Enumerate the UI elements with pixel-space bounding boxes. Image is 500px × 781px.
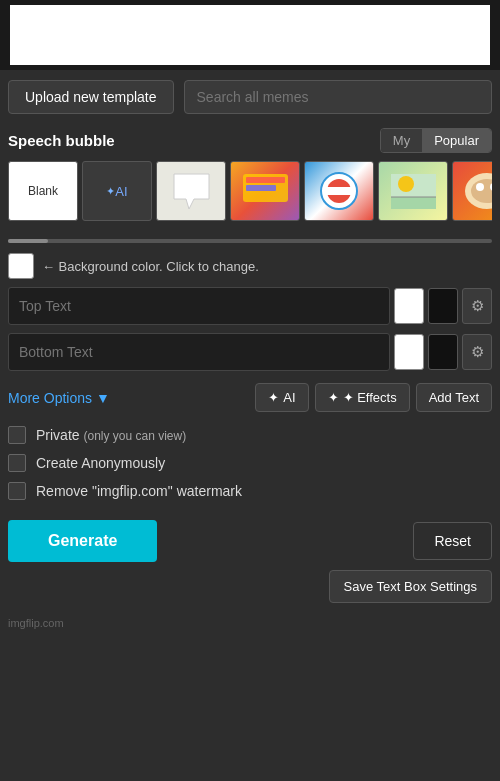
template-blank[interactable]: Blank (8, 161, 78, 221)
top-text-input[interactable] (8, 287, 390, 325)
footer-text: imgflip.com (8, 617, 64, 629)
svg-point-8 (398, 176, 414, 192)
template-1[interactable] (156, 161, 226, 221)
save-settings-button[interactable]: Save Text Box Settings (329, 570, 492, 603)
bottom-text-color-white[interactable] (394, 334, 424, 370)
svg-rect-9 (391, 197, 436, 209)
svg-rect-6 (327, 187, 351, 195)
watermark-checkbox-row[interactable]: Remove "imgflip.com" watermark (8, 482, 492, 500)
effects-label: ✦ Effects (343, 390, 397, 405)
speech-header: Speech bubble My Popular (8, 128, 492, 153)
anon-checkbox-row[interactable]: Create Anonymously (8, 454, 492, 472)
private-checkbox-row[interactable]: Private (only you can view) (8, 426, 492, 444)
preview-canvas (10, 5, 490, 65)
gear-icon-2: ⚙ (471, 343, 484, 361)
top-text-settings-button[interactable]: ⚙ (462, 288, 492, 324)
svg-rect-2 (246, 177, 285, 183)
svg-point-13 (476, 183, 484, 191)
color-row: ← Background color. Click to change. (0, 249, 500, 287)
anon-checkbox[interactable] (8, 454, 26, 472)
top-text-color-white[interactable] (394, 288, 424, 324)
top-text-color-black[interactable] (428, 288, 458, 324)
template-row: Blank ✦ AI (8, 161, 492, 225)
template-3[interactable] (304, 161, 374, 221)
upload-template-button[interactable]: Upload new template (8, 80, 174, 114)
template-5[interactable] (452, 161, 492, 221)
effects-sparkle-icon: ✦ (328, 390, 339, 405)
svg-marker-0 (174, 174, 209, 209)
checkbox-section: Private (only you can view) Create Anony… (0, 422, 500, 508)
generate-row: Generate Reset (8, 520, 492, 562)
svg-rect-3 (246, 185, 276, 191)
scroll-thumb (8, 239, 48, 243)
ai-button[interactable]: ✦ AI (255, 383, 308, 412)
footer: imgflip.com (0, 611, 500, 635)
more-options-label: More Options (8, 390, 92, 406)
bottom-text-settings-button[interactable]: ⚙ (462, 334, 492, 370)
template-4[interactable] (378, 161, 448, 221)
watermark-checkbox[interactable] (8, 482, 26, 500)
scroll-indicator (8, 239, 492, 243)
chevron-down-icon: ▼ (96, 390, 110, 406)
private-checkbox[interactable] (8, 426, 26, 444)
reset-button[interactable]: Reset (413, 522, 492, 560)
tab-my[interactable]: My (381, 129, 422, 152)
bottom-text-row: ⚙ (8, 333, 492, 371)
save-settings-row: Save Text Box Settings (8, 570, 492, 603)
options-row: More Options ▼ ✦ AI ✦ ✦ Effects Add Text (0, 379, 500, 422)
template-2[interactable] (230, 161, 300, 221)
bottom-text-input[interactable] (8, 333, 390, 371)
tab-popular[interactable]: Popular (422, 129, 491, 152)
gear-icon: ⚙ (471, 297, 484, 315)
color-label: ← Background color. Click to change. (42, 259, 259, 274)
top-text-row: ⚙ (8, 287, 492, 325)
action-row: Upload new template (0, 70, 500, 124)
preview-area (0, 0, 500, 70)
ai-label: AI (283, 390, 295, 405)
ai-sparkle-icon: ✦ (268, 390, 279, 405)
options-right: ✦ AI ✦ ✦ Effects Add Text (255, 383, 492, 412)
search-input[interactable] (184, 80, 492, 114)
anon-label: Create Anonymously (36, 455, 165, 471)
background-color-swatch[interactable] (8, 253, 34, 279)
speech-bubble-section: Speech bubble My Popular Blank ✦ AI (0, 124, 500, 233)
ai-icon: ✦ (106, 185, 115, 198)
bottom-section: Generate Reset Save Text Box Settings (0, 508, 500, 611)
speech-bubble-title: Speech bubble (8, 132, 115, 149)
effects-button[interactable]: ✦ ✦ Effects (315, 383, 410, 412)
private-label: Private (only you can view) (36, 427, 186, 443)
generate-button[interactable]: Generate (8, 520, 157, 562)
template-ai[interactable]: ✦ AI (82, 161, 152, 221)
bottom-text-color-black[interactable] (428, 334, 458, 370)
tab-group: My Popular (380, 128, 492, 153)
add-text-button[interactable]: Add Text (416, 383, 492, 412)
more-options-button[interactable]: More Options ▼ (8, 390, 110, 406)
watermark-label: Remove "imgflip.com" watermark (36, 483, 242, 499)
